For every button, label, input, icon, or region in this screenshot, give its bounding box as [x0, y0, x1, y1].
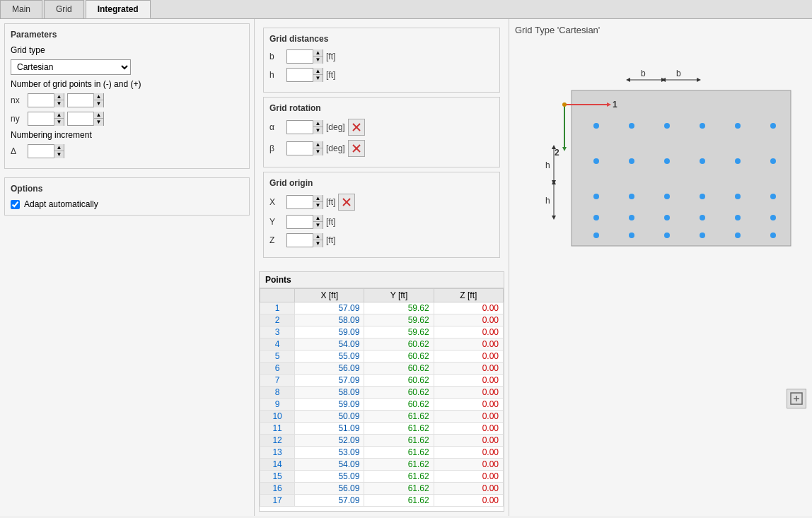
origin-x-row: X 36.09 ▲ ▼ [ft] — [269, 194, 494, 211]
cell-x: 56.09 — [295, 362, 364, 374]
nx-plus-down[interactable]: ▼ — [93, 100, 103, 107]
origin-y-down[interactable]: ▼ — [313, 222, 323, 229]
cell-y: 59.62 — [364, 326, 434, 338]
h-spinbox[interactable]: 1.00 ▲ ▼ — [286, 68, 323, 82]
origin-z-down[interactable]: ▼ — [313, 240, 323, 247]
cell-id: 9 — [260, 398, 295, 410]
origin-x-down[interactable]: ▼ — [313, 202, 323, 209]
cell-y: 61.62 — [364, 422, 434, 434]
origin-z-row: Z 0.00 ▲ ▼ [ft] — [269, 233, 494, 247]
nx-plus-spinbox[interactable]: 32 ▲ ▼ — [67, 93, 104, 107]
origin-z-up[interactable]: ▲ — [313, 233, 323, 240]
tab-grid[interactable]: Grid — [44, 0, 84, 18]
svg-point-33 — [700, 123, 705, 129]
delta-up[interactable]: ▲ — [54, 144, 64, 151]
cell-id: 16 — [260, 482, 295, 494]
delta-input[interactable]: 1 — [28, 145, 54, 158]
beta-spinbox[interactable]: 90.00 ▲ ▼ — [286, 141, 323, 155]
ny-minus-down[interactable]: ▼ — [54, 119, 64, 126]
table-row: 4 54.09 60.62 0.00 — [260, 338, 504, 350]
cell-id: 4 — [260, 338, 295, 350]
b-spinbox[interactable]: 1.00 ▲ ▼ — [286, 49, 323, 64]
ny-plus-input[interactable]: 19 — [68, 112, 93, 125]
origin-x-input[interactable]: 36.09 — [287, 196, 313, 208]
cell-id: 3 — [260, 326, 295, 338]
cell-x: 51.09 — [295, 422, 364, 434]
cell-y: 61.62 — [364, 470, 434, 482]
table-row: 13 53.09 61.62 0.00 — [260, 446, 504, 458]
origin-x-up[interactable]: ▲ — [313, 195, 323, 202]
alpha-up[interactable]: ▲ — [313, 120, 323, 127]
svg-point-36 — [593, 158, 599, 164]
nx-plus-input[interactable]: 32 — [68, 94, 93, 107]
b-up[interactable]: ▲ — [313, 49, 323, 57]
h-down[interactable]: ▼ — [313, 75, 323, 82]
svg-point-51 — [700, 215, 705, 220]
nx-minus-up[interactable]: ▲ — [54, 93, 64, 100]
ny-minus-input[interactable]: 6 — [28, 112, 54, 125]
cell-id: 12 — [260, 434, 295, 446]
ny-plus-spinbox[interactable]: 19 ▲ ▼ — [67, 112, 104, 126]
cell-z: 0.00 — [434, 362, 503, 374]
left-panel: Parameters Grid type Cartesian Polar Cyl… — [0, 19, 255, 516]
grid-type-select[interactable]: Cartesian Polar Cylindrical — [11, 59, 131, 75]
diagram-title: Grid Type 'Cartesian' — [515, 25, 806, 35]
grid-type-select-row: Cartesian Polar Cylindrical — [11, 59, 243, 75]
grid-origin-section: Grid origin X 36.09 ▲ ▼ [ft] — [263, 172, 500, 258]
b-input[interactable]: 1.00 — [287, 50, 313, 63]
delta-spinbox[interactable]: 1 ▲ ▼ — [28, 144, 64, 158]
ny-minus-up[interactable]: ▲ — [54, 112, 64, 119]
export-button[interactable] — [787, 389, 806, 408]
alpha-spinbox[interactable]: 0.00 ▲ ▼ — [286, 120, 323, 134]
origin-y-unit: [ft] — [326, 217, 335, 227]
cell-x: 55.09 — [295, 470, 364, 482]
grid-points-label-row: Number of grid points in (-) and (+) — [11, 79, 243, 89]
origin-x-icon-btn[interactable] — [338, 194, 355, 211]
cell-id: 2 — [260, 314, 295, 326]
beta-input[interactable]: 90.00 — [287, 142, 313, 155]
svg-point-43 — [629, 194, 634, 199]
beta-icon-btn[interactable] — [348, 140, 365, 157]
origin-y-input[interactable]: 65.62 — [287, 216, 313, 228]
tab-integrated[interactable]: Integrated — [86, 0, 151, 18]
alpha-input[interactable]: 0.00 — [287, 121, 313, 134]
alpha-icon-btn[interactable] — [348, 119, 365, 136]
origin-z-label: Z — [269, 235, 284, 245]
origin-x-spinbox[interactable]: 36.09 ▲ ▼ — [286, 195, 323, 209]
alpha-down[interactable]: ▼ — [313, 127, 323, 134]
cell-x: 56.09 — [295, 482, 364, 494]
cell-id: 11 — [260, 422, 295, 434]
beta-down[interactable]: ▼ — [313, 148, 323, 155]
nx-minus-input[interactable]: 2 — [28, 94, 54, 107]
cell-id: 5 — [260, 350, 295, 362]
origin-y-spinbox[interactable]: 65.62 ▲ ▼ — [286, 215, 323, 229]
right-panel: Grid Type 'Cartesian' 1 2 — [509, 19, 812, 516]
adapt-automatically-checkbox[interactable] — [11, 200, 20, 209]
delta-down[interactable]: ▼ — [54, 151, 64, 158]
origin-z-input[interactable]: 0.00 — [287, 234, 313, 247]
tab-main[interactable]: Main — [0, 0, 42, 18]
cell-x: 57.09 — [295, 494, 364, 506]
ny-plus-up[interactable]: ▲ — [93, 112, 103, 119]
h-up[interactable]: ▲ — [313, 68, 323, 75]
nx-label: nx — [11, 95, 25, 105]
nx-minus-spinbox[interactable]: 2 ▲ ▼ — [28, 93, 64, 107]
cartesian-diagram: 1 2 b b h — [515, 55, 812, 394]
points-table-container[interactable]: X [ft] Y [ft] Z [ft] 1 57.09 59.62 0.00 … — [260, 288, 504, 512]
beta-up[interactable]: ▲ — [313, 141, 323, 148]
ny-minus-spinbox[interactable]: 6 ▲ ▼ — [28, 112, 64, 126]
ny-plus-down[interactable]: ▼ — [93, 119, 103, 126]
nx-minus-down[interactable]: ▼ — [54, 100, 64, 107]
cell-y: 61.62 — [364, 458, 434, 470]
origin-z-spinbox[interactable]: 0.00 ▲ ▼ — [286, 233, 323, 247]
h-input[interactable]: 1.00 — [287, 69, 313, 81]
table-row: 9 59.09 60.62 0.00 — [260, 398, 504, 410]
origin-y-up[interactable]: ▲ — [313, 215, 323, 222]
cell-y: 61.62 — [364, 410, 434, 422]
b-down[interactable]: ▼ — [313, 57, 323, 64]
nx-plus-up[interactable]: ▲ — [93, 93, 103, 100]
origin-y-row: Y 65.62 ▲ ▼ [ft] — [269, 215, 494, 229]
cell-z: 0.00 — [434, 302, 503, 314]
cell-y: 61.62 — [364, 494, 434, 506]
svg-point-50 — [664, 215, 670, 220]
